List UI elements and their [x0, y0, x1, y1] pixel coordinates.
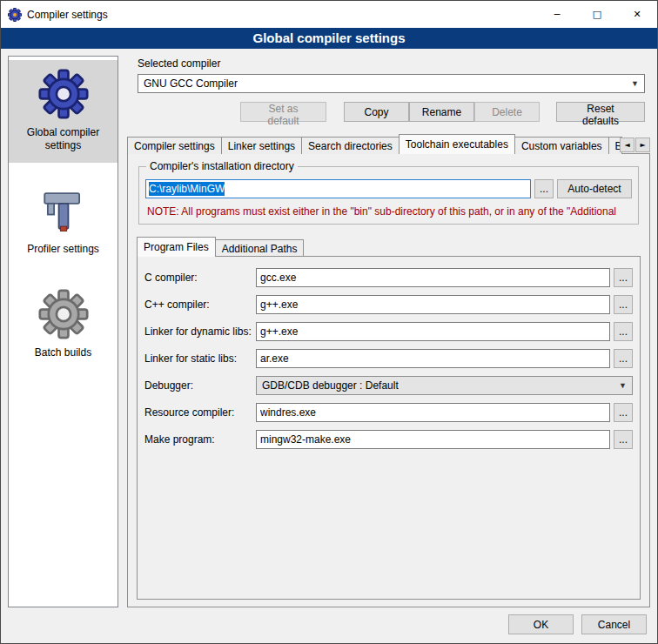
static-linker-label: Linker for static libs:: [144, 352, 256, 365]
program-files-panel: C compiler: ... C++ compiler: ... Linker…: [137, 256, 641, 600]
sidebar-item-label: Global compiler settings: [12, 126, 114, 152]
sidebar-item-global-compiler-settings[interactable]: Global compiler settings: [9, 60, 118, 163]
c-compiler-input[interactable]: [256, 268, 610, 287]
copy-button[interactable]: Copy: [344, 102, 409, 122]
tab-label: Compiler settings: [134, 140, 215, 152]
chevron-down-icon: ▼: [614, 381, 627, 390]
dynamic-linker-input[interactable]: [256, 322, 610, 341]
selected-compiler-dropdown[interactable]: GNU GCC Compiler ▼: [138, 74, 645, 93]
bin-directory-note: NOTE: All programs must exist either in …: [147, 205, 630, 218]
c-compiler-browse-button[interactable]: ...: [614, 268, 633, 287]
tab-label: Linker settings: [228, 140, 295, 152]
make-program-input[interactable]: [256, 430, 610, 449]
auto-detect-button[interactable]: Auto-detect: [557, 179, 632, 198]
settings-tabstrip: Compiler settings Linker settings Search…: [127, 134, 650, 154]
installation-directory-group: Compiler's installation directory C:\ray…: [138, 166, 639, 225]
maximize-icon[interactable]: □: [577, 1, 617, 28]
cpp-compiler-browse-button[interactable]: ...: [614, 295, 633, 314]
make-program-label: Make program:: [144, 433, 256, 446]
tab-scroll-left-icon[interactable]: ◄: [620, 138, 634, 152]
resource-compiler-browse-button[interactable]: ...: [614, 403, 633, 422]
blue-gear-icon: [38, 69, 89, 119]
chevron-down-icon: ▼: [626, 79, 639, 88]
static-linker-browse-button[interactable]: ...: [614, 349, 633, 368]
main-panel: Selected compiler GNU GCC Compiler ▼ Set…: [127, 56, 650, 607]
debugger-dropdown[interactable]: GDB/CDB debugger : Default ▼: [256, 376, 633, 395]
install-dir-value: C:\raylib\MinGW: [149, 182, 225, 196]
subtab-program-files[interactable]: Program Files: [137, 237, 216, 257]
app-icon: [8, 8, 22, 22]
cpp-compiler-row: C++ compiler: ...: [144, 295, 633, 314]
toolchain-subtabstrip: Program Files Additional Paths: [137, 237, 641, 257]
sidebar-item-profiler-settings[interactable]: Profiler settings: [9, 177, 118, 266]
tab-scroll-right-icon[interactable]: ►: [635, 138, 650, 152]
tab-label: Search directories: [308, 140, 393, 152]
dialog-footer: OK Cancel: [1, 607, 657, 643]
dynamic-linker-browse-button[interactable]: ...: [614, 322, 633, 341]
selected-compiler-label: Selected compiler: [138, 57, 650, 70]
compiler-buttons-row: Set as default Copy Rename Delete Reset …: [138, 102, 645, 122]
installation-directory-group-title: Compiler's installation directory: [146, 160, 298, 172]
ok-button[interactable]: OK: [508, 614, 574, 634]
selected-compiler-value: GNU GCC Compiler: [144, 77, 238, 90]
tab-label: Additional Paths: [222, 243, 298, 255]
settings-sidebar: Global compiler settings Profiler settin…: [8, 56, 118, 607]
dynamic-linker-label: Linker for dynamic libs:: [144, 325, 256, 338]
reset-defaults-button[interactable]: Reset defaults: [556, 102, 645, 122]
window-title: Compiler settings: [27, 9, 108, 21]
tab-linker-settings[interactable]: Linker settings: [221, 137, 302, 154]
page-title: Global compiler settings: [1, 28, 657, 49]
sidebar-item-label: Profiler settings: [27, 243, 99, 256]
tab-toolchain-executables[interactable]: Toolchain executables: [399, 134, 515, 154]
set-as-default-button[interactable]: Set as default: [240, 102, 326, 122]
close-icon[interactable]: ✕: [617, 1, 657, 28]
c-compiler-label: C compiler:: [144, 272, 256, 284]
resource-compiler-row: Resource compiler: ...: [144, 403, 633, 422]
resource-compiler-label: Resource compiler:: [144, 406, 256, 419]
c-compiler-row: C compiler: ...: [144, 268, 633, 287]
dialog-content: Global compiler settings Profiler settin…: [1, 49, 657, 607]
cpp-compiler-label: C++ compiler:: [144, 299, 256, 311]
sidebar-item-label: Batch builds: [35, 346, 91, 359]
tab-label: Toolchain executables: [406, 138, 508, 151]
make-program-browse-button[interactable]: ...: [614, 430, 633, 449]
sidebar-item-batch-builds[interactable]: Batch builds: [9, 280, 118, 370]
resource-compiler-input[interactable]: [256, 403, 610, 422]
install-dir-input[interactable]: C:\raylib\MinGW: [145, 179, 531, 198]
tab-custom-variables[interactable]: Custom variables: [514, 137, 609, 154]
debugger-row: Debugger: GDB/CDB debugger : Default ▼: [144, 376, 633, 395]
delete-button[interactable]: Delete: [474, 102, 540, 122]
installation-directory-row: C:\raylib\MinGW ... Auto-detect: [145, 179, 632, 198]
toolchain-executables-panel: Compiler's installation directory C:\ray…: [127, 153, 650, 607]
make-program-row: Make program: ...: [144, 430, 633, 449]
profiler-icon: [38, 185, 89, 236]
dynamic-linker-row: Linker for dynamic libs: ...: [144, 322, 633, 341]
window-controls: ─ □ ✕: [537, 1, 657, 28]
titlebar: Compiler settings ─ □ ✕: [1, 1, 657, 28]
minimize-icon[interactable]: ─: [537, 1, 577, 28]
subtab-additional-paths[interactable]: Additional Paths: [215, 239, 305, 257]
static-linker-row: Linker for static libs: ...: [144, 349, 633, 368]
tab-label: Custom variables: [521, 140, 602, 152]
tab-search-directories[interactable]: Search directories: [301, 137, 400, 154]
cpp-compiler-input[interactable]: [256, 295, 610, 314]
tab-compiler-settings[interactable]: Compiler settings: [127, 137, 222, 154]
tab-scroll-buttons: ◄ ►: [620, 138, 650, 152]
install-dir-browse-button[interactable]: ...: [534, 179, 554, 198]
gray-gear-icon: [38, 289, 89, 339]
cancel-button[interactable]: Cancel: [581, 614, 647, 634]
debugger-value: GDB/CDB debugger : Default: [262, 379, 399, 392]
debugger-label: Debugger:: [144, 379, 256, 392]
compiler-settings-window: Compiler settings ─ □ ✕ Global compiler …: [0, 0, 658, 644]
rename-button[interactable]: Rename: [409, 102, 474, 122]
static-linker-input[interactable]: [256, 349, 610, 368]
tab-label: Program Files: [144, 241, 209, 253]
